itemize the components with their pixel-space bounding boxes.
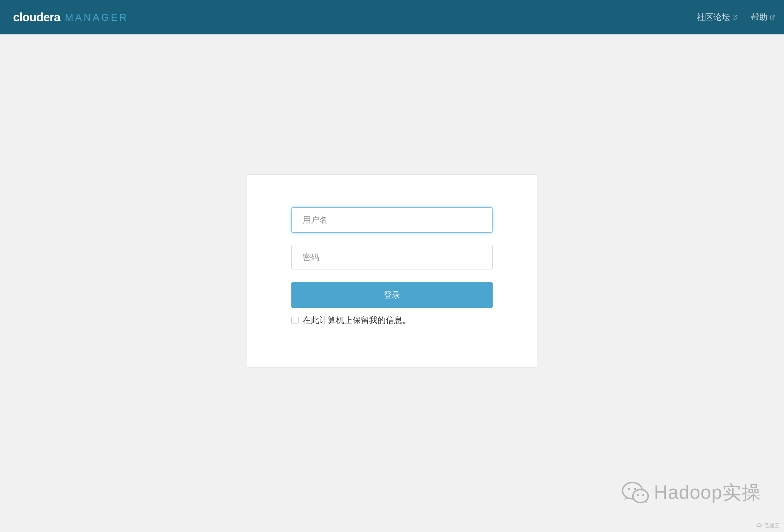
- header-nav: 社区论坛 帮助: [697, 11, 775, 23]
- username-input[interactable]: [291, 207, 493, 233]
- svg-point-6: [637, 494, 639, 496]
- remember-checkbox[interactable]: [291, 317, 299, 324]
- logo-product: MANAGER: [65, 11, 129, 23]
- help-link[interactable]: 帮助: [751, 11, 775, 23]
- svg-line-0: [735, 15, 737, 18]
- external-link-icon: [770, 14, 775, 20]
- password-input[interactable]: [291, 245, 493, 270]
- remember-row: 在此计算机上保留我的信息。: [291, 315, 493, 326]
- community-link-label: 社区论坛: [697, 11, 730, 23]
- external-link-icon: [732, 14, 738, 20]
- login-button[interactable]: 登录: [291, 282, 493, 308]
- wechat-icon: [622, 480, 649, 505]
- community-link[interactable]: 社区论坛: [697, 11, 738, 23]
- watermark-small-text: 亿速云: [764, 522, 780, 529]
- logo-brand: cloudera: [13, 11, 60, 24]
- login-card: 登录 在此计算机上保留我的信息。: [247, 174, 537, 368]
- svg-point-5: [634, 488, 636, 490]
- header: cloudera MANAGER 社区论坛 帮助: [0, 0, 784, 34]
- svg-point-3: [633, 489, 648, 502]
- logo: cloudera MANAGER: [13, 11, 129, 24]
- svg-point-7: [642, 494, 644, 496]
- help-link-label: 帮助: [751, 11, 767, 23]
- watermark-text: Hadoop实操: [654, 479, 761, 505]
- remember-label: 在此计算机上保留我的信息。: [303, 315, 411, 326]
- watermark-main: Hadoop实操: [622, 479, 761, 505]
- main-content: 登录 在此计算机上保留我的信息。: [0, 34, 784, 368]
- cloud-icon: [756, 523, 762, 528]
- svg-line-1: [772, 15, 775, 18]
- watermark-small: 亿速云: [756, 522, 780, 529]
- svg-point-4: [628, 488, 630, 490]
